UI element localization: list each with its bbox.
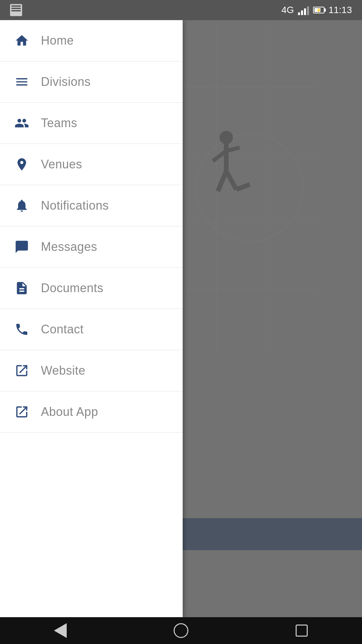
back-button[interactable]	[50, 621, 70, 641]
recent-square-icon	[296, 625, 308, 637]
documents-icon	[13, 280, 30, 297]
sidebar-item-about-app[interactable]: About App	[0, 391, 183, 433]
sd-card-icon	[10, 4, 22, 16]
sidebar-label-teams: Teams	[41, 116, 77, 130]
sidebar-label-home: Home	[41, 34, 74, 48]
sidebar-label-website: Website	[41, 364, 85, 378]
sidebar-item-divisions[interactable]: Divisions	[0, 61, 183, 103]
sidebar-item-venues[interactable]: Venues	[0, 144, 183, 185]
home-icon	[13, 32, 30, 49]
recent-button[interactable]	[292, 621, 312, 641]
home-circle-icon	[174, 623, 188, 638]
network-type: 4G	[282, 5, 294, 15]
signal-icon	[298, 5, 309, 15]
sidebar-item-teams[interactable]: Teams	[0, 103, 183, 144]
sidebar-item-documents[interactable]: Documents	[0, 268, 183, 309]
sidebar-label-venues: Venues	[41, 157, 82, 171]
sidebar-drawer: Home Divisions Teams	[0, 20, 183, 617]
venues-icon	[13, 156, 30, 173]
teams-icon	[13, 115, 30, 131]
sidebar-label-notifications: Notifications	[41, 199, 109, 213]
sidebar-item-messages[interactable]: Messages	[0, 226, 183, 268]
sidebar-label-about-app: About App	[41, 405, 98, 419]
sidebar-label-contact: Contact	[41, 322, 84, 336]
sidebar-item-notifications[interactable]: Notifications	[0, 185, 183, 226]
android-nav-bar	[0, 617, 362, 644]
back-triangle-icon	[54, 623, 67, 638]
contact-icon	[13, 321, 30, 338]
home-button[interactable]	[171, 621, 191, 641]
right-panel	[183, 20, 362, 617]
status-bar: 4G ⚡ 11:13	[0, 0, 362, 20]
sidebar-label-documents: Documents	[41, 281, 104, 295]
sidebar-item-contact[interactable]: Contact	[0, 309, 183, 350]
sidebar-label-messages: Messages	[41, 240, 97, 254]
main-content: Home Divisions Teams	[0, 20, 362, 617]
about-icon	[13, 404, 30, 420]
sidebar-label-divisions: Divisions	[41, 75, 91, 89]
notifications-icon	[13, 197, 30, 214]
divisions-icon	[13, 73, 30, 90]
sidebar-item-home[interactable]: Home	[0, 20, 183, 61]
sidebar-item-website[interactable]: Website	[0, 350, 183, 391]
right-overlay	[183, 20, 362, 617]
clock: 11:13	[328, 5, 352, 15]
battery-icon: ⚡	[313, 7, 324, 13]
messages-icon	[13, 238, 30, 255]
website-icon	[13, 362, 30, 379]
